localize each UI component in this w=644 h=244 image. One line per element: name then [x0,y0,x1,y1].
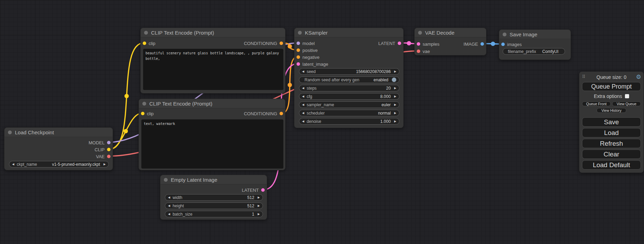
node-clip-text-encode-positive[interactable]: CLIP Text Encode (Prompt) clip CONDITION… [140,28,285,93]
increment-arrow-icon[interactable]: ▶ [394,87,396,90]
increment-arrow-icon[interactable]: ▶ [394,70,396,73]
increment-arrow-icon[interactable]: ▶ [394,120,396,123]
node-save-image[interactable]: Save Image images filename_prefix ComfyU… [499,29,571,60]
queue-front-button[interactable]: Queue Front [582,101,611,106]
decrement-arrow-icon[interactable]: ◀ [302,95,304,98]
collapse-dot-icon[interactable] [298,31,302,35]
clip-port-icon[interactable] [107,148,111,151]
latent-port-icon[interactable] [261,188,265,192]
node-ksampler[interactable]: KSampler model positive negative latent_… [294,28,404,128]
collapse-dot-icon[interactable] [503,33,506,36]
output-conditioning[interactable]: CONDITIONING [244,110,283,117]
widget-batch-size[interactable]: ◀ batch_size 1 ▶ [165,211,263,217]
conditioning-port-icon[interactable] [280,112,283,115]
image-port-icon[interactable] [480,42,484,46]
increment-arrow-icon[interactable]: ▶ [394,103,396,106]
widget-height[interactable]: ◀ height 512 ▶ [165,202,263,209]
prompt-textarea[interactable]: beautiful scenery nature glass bottle la… [143,49,283,90]
load-button[interactable]: Load [582,128,641,137]
node-empty-latent-image[interactable]: Empty Latent Image LATENT ◀ width 512 ▶ … [160,175,267,220]
view-history-button[interactable]: View History [597,108,626,113]
input-samples[interactable]: samples [417,41,439,47]
refresh-button[interactable]: Refresh [582,139,641,148]
settings-gear-icon[interactable]: ⚙ [636,73,641,81]
node-graph-canvas[interactable]: Load Checkpoint MODEL CLIP VAE ◀ ckpt_na… [0,0,644,244]
conditioning-port-icon[interactable] [280,42,283,45]
vae-port-icon[interactable] [107,155,111,158]
input-latent-image[interactable]: latent_image [297,61,328,67]
widget-scheduler[interactable]: ◀ scheduler normal ▶ [299,110,399,116]
load-default-button[interactable]: Load Default [582,160,641,170]
increment-arrow-icon[interactable]: ▶ [394,112,396,115]
input-positive[interactable]: positive [297,47,318,53]
output-model[interactable]: MODEL [89,139,111,146]
increment-arrow-icon[interactable]: ▶ [104,163,106,166]
collapse-dot-icon[interactable] [164,178,168,182]
decrement-arrow-icon[interactable]: ◀ [302,70,304,73]
decrement-arrow-icon[interactable]: ◀ [302,87,304,90]
vae-port-icon[interactable] [417,49,420,53]
model-port-icon[interactable] [107,141,111,144]
input-clip[interactable]: clip [141,110,154,117]
decrement-arrow-icon[interactable]: ◀ [168,196,170,199]
input-clip[interactable]: clip [143,40,156,46]
decrement-arrow-icon[interactable]: ◀ [302,103,304,106]
node-clip-text-encode-negative[interactable]: CLIP Text Encode (Prompt) clip CONDITION… [139,99,285,170]
image-port-icon[interactable] [501,43,505,46]
latent-port-icon[interactable] [417,42,420,46]
increment-arrow-icon[interactable]: ▶ [258,213,260,216]
collapse-dot-icon[interactable] [418,31,422,35]
widget-width[interactable]: ◀ width 512 ▶ [165,194,263,201]
widget-steps[interactable]: ◀ steps 20 ▶ [299,85,399,91]
widget-ckpt-name[interactable]: ◀ ckpt_name v1-5-pruned-emaonly.ckpt ▶ [9,161,109,168]
node-title-bar[interactable]: Save Image [499,30,571,39]
output-conditioning[interactable]: CONDITIONING [244,40,283,46]
increment-arrow-icon[interactable]: ▶ [258,205,260,207]
view-queue-button[interactable]: View Queue [612,101,641,106]
collapse-dot-icon[interactable] [144,31,148,35]
widget-cfg[interactable]: ◀ cfg 8.000 ▶ [299,93,399,100]
node-title-bar[interactable]: CLIP Text Encode (Prompt) [139,99,285,108]
widget-sampler-name[interactable]: ◀ sampler_name euler ▶ [299,101,399,108]
input-model[interactable]: model [297,40,315,46]
output-image[interactable]: IMAGE [464,41,484,47]
queue-prompt-button[interactable]: Queue Prompt [582,82,641,91]
decrement-arrow-icon[interactable]: ◀ [12,163,14,166]
output-latent[interactable]: LATENT [378,40,401,46]
input-negative[interactable]: negative [297,54,319,60]
save-button[interactable]: Save [582,117,641,127]
queue-control-panel[interactable]: ⠿ Queue size: 0 ⚙ Queue Prompt Extra opt… [579,72,644,173]
collapse-dot-icon[interactable] [142,102,146,106]
input-images[interactable]: images [501,41,522,47]
output-clip[interactable]: CLIP [95,146,111,153]
conditioning-port-icon[interactable] [297,48,300,52]
increment-arrow-icon[interactable]: ▶ [258,196,260,199]
decrement-arrow-icon[interactable]: ◀ [302,120,304,123]
clip-port-icon[interactable] [141,112,144,115]
node-title-bar[interactable]: CLIP Text Encode (Prompt) [141,28,285,37]
collapse-dot-icon[interactable] [8,130,12,134]
latent-port-icon[interactable] [398,42,401,45]
model-port-icon[interactable] [297,42,300,45]
node-title-bar[interactable]: KSampler [294,28,403,37]
decrement-arrow-icon[interactable]: ◀ [168,205,170,207]
decrement-arrow-icon[interactable]: ◀ [168,213,170,216]
prompt-textarea[interactable]: text, watermark [141,119,283,169]
widget-filename-prefix[interactable]: filename_prefix ComfyUI [503,48,565,55]
node-title-bar[interactable]: Load Checkpoint [5,128,113,137]
decrement-arrow-icon[interactable]: ◀ [302,112,304,115]
input-vae[interactable]: vae [417,48,430,54]
extra-options-checkbox[interactable] [625,94,629,98]
clip-port-icon[interactable] [143,42,146,45]
widget-random-seed-toggle[interactable]: Random seed after every gen enabled [299,76,399,83]
latent-port-icon[interactable] [297,62,300,66]
increment-arrow-icon[interactable]: ▶ [394,95,396,98]
node-title-bar[interactable]: VAE Decode [415,28,486,37]
conditioning-port-icon[interactable] [297,55,300,59]
node-title-bar[interactable]: Empty Latent Image [160,175,267,184]
clear-button[interactable]: Clear [582,150,641,159]
widget-seed[interactable]: ◀ seed 156680208700286 ▶ [299,68,399,75]
widget-denoise[interactable]: ◀ denoise 1.000 ▶ [299,118,399,125]
node-load-checkpoint[interactable]: Load Checkpoint MODEL CLIP VAE ◀ ckpt_na… [4,127,113,170]
toggle-enabled-icon[interactable] [392,78,396,82]
